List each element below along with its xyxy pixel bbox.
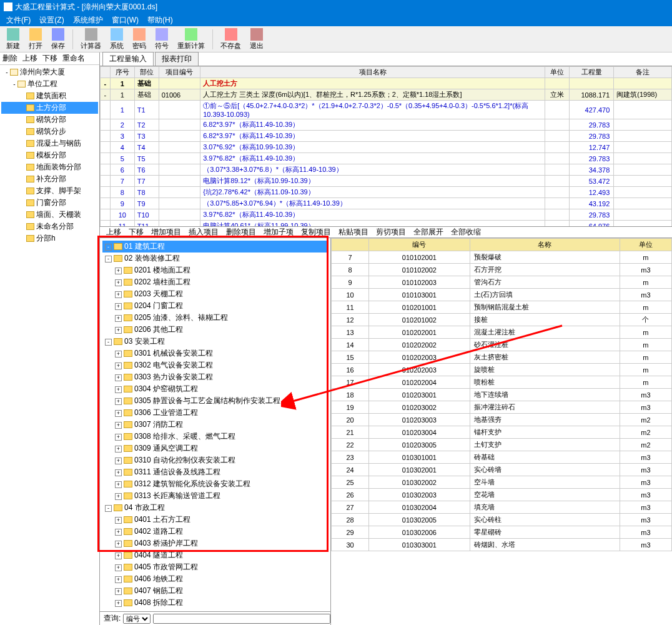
catalog-node[interactable]: +0312 建筑智能化系统设备安装工程 [102, 478, 328, 490]
menu-item[interactable]: 帮助(H) [147, 14, 173, 26]
grid-row[interactable]: 2 T2 6.82*3.97*（标高11.49-10.39） 29.783 [101, 119, 672, 131]
expand-icon[interactable]: + [115, 469, 122, 476]
tree-node[interactable]: 地面装饰分部 [1, 161, 98, 173]
catalog-node[interactable]: -03 安装工程 [102, 336, 328, 348]
expand-icon[interactable]: + [115, 327, 122, 334]
catalog-node[interactable]: +0203 天棚工程 [102, 288, 328, 300]
items-row[interactable]: 18010203001地下连续墙m3 [332, 389, 672, 401]
expand-icon[interactable]: - [4, 69, 10, 76]
items-row[interactable]: 14010202002砂石灌注桩m [332, 339, 672, 351]
expand-icon[interactable]: - [105, 256, 112, 262]
catalog-node[interactable]: +0406 地铁工程 [102, 573, 328, 585]
quantity-grid[interactable]: 序号部位项目编号项目名称单位工程量备注 - 1 基础 人工挖土方 - 1 基础 … [100, 66, 672, 227]
toolbar-重新计算-button[interactable]: 重新计算 [174, 27, 209, 52]
expand-icon[interactable]: + [115, 268, 122, 274]
toolbar-退出-button[interactable]: 退出 [246, 27, 267, 52]
grid-row[interactable]: 11 T11 电脑计算40.61*（标高11.99-10.39） 64.976 [101, 221, 672, 228]
items-row[interactable]: 28010302005实心砖柱m3 [332, 514, 672, 526]
item-action[interactable]: 下移 [129, 227, 144, 238]
item-action[interactable]: 删除项目 [226, 227, 256, 238]
project-tree[interactable]: -漳州向荣大厦-单位工程建筑面积土方分部砌筑分部砌筑分步混凝土与钢筋模板分部地面… [0, 65, 99, 625]
grid-row[interactable]: 9 T9 （3.07*5.85+3.07*6.94）*（标高11.49-10.3… [101, 198, 672, 209]
tree-node[interactable]: 墙面、天棚装 [1, 209, 98, 221]
expand-icon[interactable]: + [115, 446, 122, 452]
expand-icon[interactable]: + [115, 303, 122, 310]
expand-icon[interactable]: - [105, 505, 112, 512]
items-row[interactable]: 8010102002石方开挖m3 [332, 264, 672, 276]
items-row[interactable]: 23010301001砖基础m3 [332, 451, 672, 464]
catalog-node[interactable]: +0306 工业管道工程 [102, 407, 328, 419]
grid-row[interactable]: - 1 基础 人工挖土方 [101, 78, 672, 89]
catalog-node[interactable]: -04 市政工程 [102, 502, 328, 514]
expand-icon[interactable]: + [115, 351, 122, 358]
catalog-node[interactable]: +0205 油漆、涂料、裱糊工程 [102, 312, 328, 324]
expand-icon[interactable]: + [115, 386, 122, 393]
tree-node[interactable]: 分部h [1, 232, 98, 244]
items-row[interactable]: 13010202001混凝土灌注桩m [332, 326, 672, 339]
grid-row[interactable]: 7 T7 电脑计算89.12*（标高10.99-10.39） 53.472 [101, 176, 672, 187]
toolbar-打开-button[interactable]: 打开 [25, 27, 46, 52]
tab-报表打印[interactable]: 报表打印 [155, 52, 199, 66]
catalog-node[interactable]: +0201 楼地面工程 [102, 264, 328, 276]
item-action[interactable]: 增加项目 [151, 227, 181, 238]
items-row[interactable]: 9010102003管沟石方m [332, 276, 672, 289]
expand-icon[interactable]: + [115, 481, 122, 488]
catalog-node[interactable]: +0204 门窗工程 [102, 300, 328, 312]
grid-row[interactable]: 1 T1 ①前～⑤后[（45.0+2.7+4.0-0.3*2）*（21.9+4.… [101, 101, 672, 119]
catalog-node[interactable]: +0408 拆除工程 [102, 597, 328, 609]
catalog-node[interactable]: +0202 墙柱面工程 [102, 276, 328, 288]
catalog-node[interactable]: +0403 桥涵护岸工程 [102, 538, 328, 549]
tree-node[interactable]: 支撑、脚手架 [1, 185, 98, 197]
items-row[interactable]: 30010303001砖烟囱、水塔m3 [332, 539, 672, 551]
catalog-node[interactable]: +0302 电气设备安装工程 [102, 359, 328, 371]
catalog-node[interactable]: +0311 通信设备及线路工程 [102, 466, 328, 478]
catalog-node[interactable]: +0402 道路工程 [102, 526, 328, 538]
tree-node[interactable]: 补充分部 [1, 173, 98, 185]
query-select[interactable]: 编号 [123, 614, 151, 624]
expand-icon[interactable]: + [115, 541, 122, 548]
expand-icon[interactable]: + [115, 552, 122, 559]
tree-node[interactable]: 模板分部 [1, 149, 98, 161]
menu-item[interactable]: 系统维护 [73, 14, 103, 26]
catalog-node[interactable]: +0301 机械设备安装工程 [102, 348, 328, 359]
catalog-node[interactable]: +0304 炉窑砌筑工程 [102, 383, 328, 395]
expand-icon[interactable]: + [115, 279, 122, 286]
item-action[interactable]: 复制项目 [301, 227, 331, 238]
toolbar-系统-button[interactable]: 系统 [106, 27, 127, 52]
tree-node[interactable]: 混凝土与钢筋 [1, 138, 98, 149]
catalog-node[interactable]: +0404 隧道工程 [102, 549, 328, 561]
expand-icon[interactable]: + [115, 374, 122, 381]
item-action[interactable]: 上移 [106, 227, 121, 238]
items-row[interactable]: 29010302006零星砌砖m3 [332, 526, 672, 539]
catalog-node[interactable]: +0407 钢筋工程 [102, 585, 328, 597]
grid-row[interactable]: 3 T3 6.82*3.97*（标高11.49-10.39） 29.783 [101, 131, 672, 142]
menu-item[interactable]: 设置(Z) [39, 14, 64, 26]
grid-row[interactable]: 4 T4 3.07*6.92*（标高10.99-10.39） 12.747 [101, 142, 672, 153]
catalog-node[interactable]: +0309 通风空调工程 [102, 442, 328, 454]
expand-icon[interactable]: + [115, 458, 122, 464]
quantity-grid-wrap[interactable]: 序号部位项目编号项目名称单位工程量备注 - 1 基础 人工挖土方 - 1 基础 … [100, 66, 672, 227]
expand-icon[interactable]: + [115, 588, 122, 595]
catalog-node[interactable]: +0308 给排水、采暖、燃气工程 [102, 431, 328, 442]
expand-icon[interactable]: - [105, 244, 112, 251]
expand-icon[interactable]: + [115, 529, 122, 536]
tab-工程量输入[interactable]: 工程量输入 [102, 52, 154, 66]
grid-row[interactable]: 10 T10 3.97*6.82*（标高11.49-10.39） 29.783 [101, 209, 672, 221]
tree-node[interactable]: 砌筑分部 [1, 114, 98, 126]
expand-icon[interactable]: + [115, 398, 122, 405]
catalog-node[interactable]: -02 装饰装修工程 [102, 252, 328, 264]
grid-row[interactable]: 6 T6 （3.07*3.38+3.07*6.8）*（标高11.49-10.39… [101, 164, 672, 176]
expand-icon[interactable]: + [115, 410, 122, 417]
item-action[interactable]: 全部展开 [413, 227, 443, 238]
tree-node[interactable]: 未命名分部 [1, 221, 98, 232]
items-row[interactable]: 20010203003地基强夯m2 [332, 414, 672, 426]
grid-row[interactable]: 5 T5 3.97*6.82*（标高11.49-10.39） 29.783 [101, 153, 672, 164]
items-row[interactable]: 22010203005土钉支护m2 [332, 439, 672, 451]
expand-icon[interactable]: + [115, 434, 122, 441]
expand-icon[interactable]: + [115, 600, 122, 607]
item-action[interactable]: 增加子项 [264, 227, 294, 238]
menu-item[interactable]: 窗口(W) [112, 14, 139, 26]
expand-icon[interactable]: - [11, 81, 17, 88]
items-row[interactable]: 7010102001预裂爆破m [332, 251, 672, 264]
items-table[interactable]: 编号名称单位7010102001预裂爆破m8010102002石方开挖m3901… [331, 238, 672, 551]
